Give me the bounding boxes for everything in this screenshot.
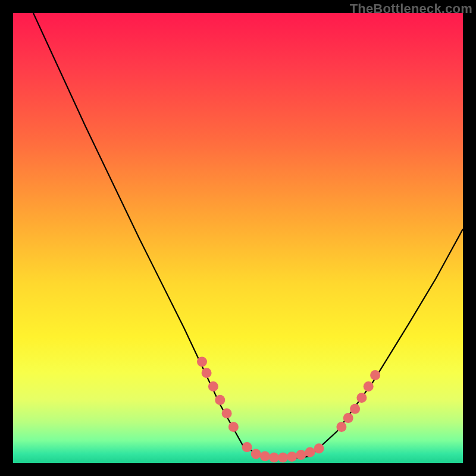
chart-area <box>13 13 463 463</box>
gradient-background <box>13 13 463 463</box>
